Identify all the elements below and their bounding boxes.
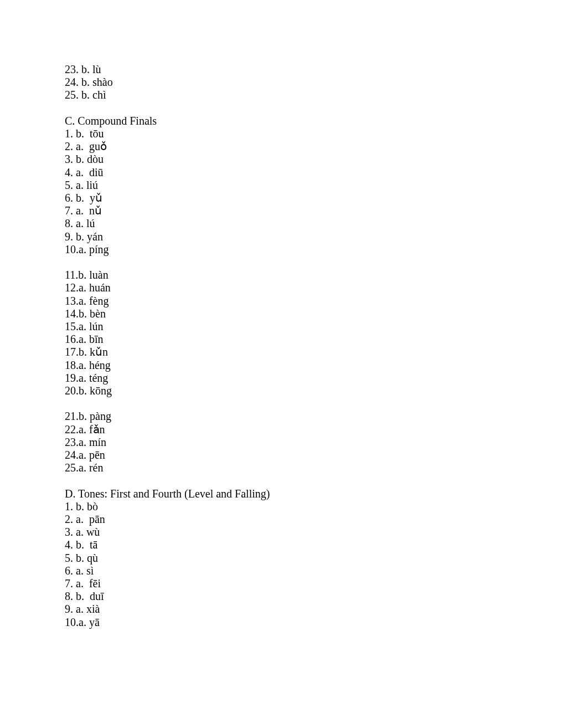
answer-line: 10.a. yā: [65, 616, 588, 629]
answer-line: 15.a. lún: [65, 320, 588, 333]
answer-line: 16.a. bīn: [65, 333, 588, 346]
answer-line: 8. b. duī: [65, 590, 588, 603]
answer-line: 1. b. tōu: [65, 127, 588, 140]
section-heading: C. Compound Finals: [65, 115, 588, 127]
answer-line: 24. b. shào: [65, 76, 588, 89]
answer-line: 9. b. yán: [65, 230, 588, 243]
answer-line: 21.b. pàng: [65, 410, 588, 423]
answer-line: 17.b. kǔn: [65, 346, 588, 358]
answer-line: 5. b. qù: [65, 552, 588, 565]
answer-line: 3. a. wù: [65, 526, 588, 539]
answer-line: 7. a. nǔ: [65, 204, 588, 217]
answer-line: 7. a. fēi: [65, 577, 588, 590]
answer-line: 20.b. kōng: [65, 384, 588, 397]
answer-line: 2. a. pān: [65, 513, 588, 526]
answer-line: 11.b. luàn: [65, 269, 588, 281]
answer-line: 22.a. fǎn: [65, 423, 588, 436]
answer-line: 10.a. píng: [65, 243, 588, 256]
section-heading: D. Tones: First and Fourth (Level and Fa…: [65, 488, 588, 500]
answer-line: 25.a. rén: [65, 462, 588, 474]
answer-line: 4. b. tā: [65, 539, 588, 551]
answer-line: 5. a. liú: [65, 179, 588, 192]
answer-line: 8. a. lú: [65, 217, 588, 230]
answer-line: 1. b. bò: [65, 500, 588, 513]
answer-line: 6. b. yǔ: [65, 192, 588, 204]
answer-line: 9. a. xià: [65, 603, 588, 616]
answer-line: 12.a. huán: [65, 281, 588, 294]
answer-line: 2. a. guǒ: [65, 140, 588, 153]
answer-line: 3. b. dòu: [65, 153, 588, 166]
answer-line: 24.a. pēn: [65, 449, 588, 462]
answer-line: 19.a. téng: [65, 372, 588, 384]
answer-line: 25. b. chì: [65, 89, 588, 101]
answer-line: 4. a. diū: [65, 166, 588, 179]
answer-line: 23.a. mín: [65, 436, 588, 449]
answer-line: 23. b. lù: [65, 63, 588, 76]
answer-line: 13.a. fèng: [65, 295, 588, 307]
answer-line: 6. a. sì: [65, 565, 588, 577]
answer-line: 14.b. bèn: [65, 307, 588, 320]
answer-line: 18.a. héng: [65, 359, 588, 372]
